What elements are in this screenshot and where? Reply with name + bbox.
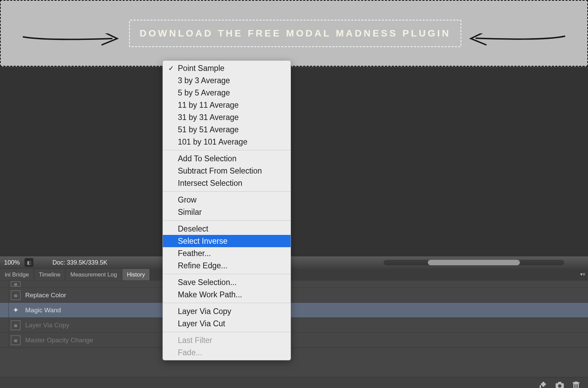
menu-layer-via-cut[interactable]: Layer Via Cut	[163, 317, 291, 330]
context-menu: ✓ Point Sample 3 by 3 Average 5 by 5 Ave…	[163, 60, 291, 360]
menu-select-inverse[interactable]: Select Inverse	[163, 235, 291, 247]
menu-layer-via-copy[interactable]: Layer Via Copy	[163, 305, 291, 317]
history-row-label: Master Opacity Change	[25, 337, 93, 344]
menu-label: Similar	[178, 208, 202, 217]
history-step-icon: ≣	[11, 290, 20, 300]
canvas-empty-area[interactable]	[0, 67, 588, 256]
history-gutter	[0, 318, 9, 332]
history-row[interactable]: ≣ Layer Via Copy	[0, 318, 588, 333]
horizontal-scrollbar-thumb[interactable]	[428, 260, 520, 265]
history-row-partial[interactable]: ≣	[0, 280, 588, 288]
tab-history[interactable]: History	[122, 269, 150, 280]
menu-label: Fade...	[178, 348, 202, 357]
menu-label: 51 by 51 Average	[178, 125, 239, 134]
new-snapshot-icon[interactable]	[539, 382, 548, 388]
menu-label: 5 by 5 Average	[178, 88, 230, 98]
svg-point-2	[558, 384, 561, 388]
history-gutter	[0, 333, 9, 347]
arrow-left-icon	[465, 33, 567, 50]
menu-label: Make Work Path...	[178, 290, 242, 299]
svg-rect-1	[558, 382, 561, 384]
menu-grow[interactable]: Grow	[163, 194, 291, 206]
horizontal-scrollbar[interactable]	[384, 260, 564, 265]
menu-label: Refine Edge...	[178, 261, 228, 270]
menu-label: Layer Via Cut	[178, 319, 225, 328]
svg-rect-7	[576, 384, 576, 388]
menu-intersect-selection[interactable]: Intersect Selection	[163, 177, 291, 189]
magic-wand-icon: ✦	[11, 305, 20, 315]
tab-timeline[interactable]: Timeline	[34, 269, 66, 280]
canvas-banner-area: DOWNLOAD THE FREE MODAL MADNESS PLUGIN	[0, 0, 588, 66]
svg-rect-5	[575, 382, 577, 383]
menu-label: 3 by 3 Average	[178, 76, 230, 85]
menu-label: Grow	[178, 195, 197, 205]
menu-label: Deselect	[178, 224, 208, 234]
menu-separator	[163, 303, 291, 303]
history-panel: ≣ ≣ Replace Color ✦ Magic Wand ≣ Layer V…	[0, 280, 588, 388]
menu-label: Intersect Selection	[178, 179, 242, 188]
menu-label: Last Filter	[178, 336, 212, 345]
menu-label: Feather...	[178, 249, 211, 258]
panel-menu-icon[interactable]: ▾≡	[580, 271, 585, 277]
menu-separator	[163, 332, 291, 332]
menu-refine-edge[interactable]: Refine Edge...	[163, 259, 291, 272]
menu-label: Point Sample	[178, 64, 225, 73]
menu-5x5-average[interactable]: 5 by 5 Average	[163, 87, 291, 99]
menu-last-filter: Last Filter	[163, 334, 291, 346]
menu-label: 31 by 31 Average	[178, 113, 239, 122]
menu-3x3-average[interactable]: 3 by 3 Average	[163, 74, 291, 87]
menu-feather[interactable]: Feather...	[163, 247, 291, 259]
history-row-selected[interactable]: ✦ Magic Wand	[0, 303, 588, 318]
menu-label: Save Selection...	[178, 278, 237, 287]
menu-separator	[163, 191, 291, 192]
menu-label: Subtract From Selection	[178, 166, 262, 176]
history-row-label: Layer Via Copy	[25, 322, 69, 329]
menu-separator	[163, 274, 291, 274]
menu-separator	[163, 220, 291, 221]
zoom-label[interactable]: 100%	[4, 259, 20, 266]
menu-similar[interactable]: Similar	[163, 206, 291, 218]
doc-thumb-icon[interactable]: ◧	[25, 258, 33, 267]
doc-size-label: Doc: 339.5K/339.5K	[52, 259, 107, 266]
menu-51x51-average[interactable]: 51 by 51 Average	[163, 123, 291, 136]
camera-icon[interactable]	[555, 382, 564, 388]
tab-mini-bridge[interactable]: ini Bridge	[0, 269, 34, 280]
check-icon: ✓	[168, 64, 174, 72]
history-row[interactable]: ≣ Master Opacity Change	[0, 333, 588, 348]
arrow-right-icon	[21, 33, 123, 50]
menu-make-work-path[interactable]: Make Work Path...	[163, 288, 291, 301]
history-footer	[0, 377, 588, 388]
history-gutter	[0, 281, 9, 287]
menu-add-to-selection[interactable]: Add To Selection	[163, 152, 291, 165]
history-step-icon: ≣	[11, 320, 20, 330]
trash-icon[interactable]	[572, 382, 581, 388]
history-step-icon: ≣	[11, 281, 20, 287]
panel-tab-bar: ini Bridge Timeline Measurement Log Hist…	[0, 269, 588, 280]
history-gutter	[0, 288, 9, 302]
tab-measurement-log[interactable]: Measurement Log	[65, 269, 122, 280]
menu-label: Add To Selection	[178, 154, 236, 163]
menu-save-selection[interactable]: Save Selection...	[163, 276, 291, 288]
document-info-bar: 100% ◧ Doc: 339.5K/339.5K	[0, 256, 588, 269]
menu-label: Select Inverse	[178, 237, 228, 246]
history-step-icon: ≣	[11, 335, 20, 345]
menu-11x11-average[interactable]: 11 by 11 Average	[163, 99, 291, 111]
menu-label: 101 by 101 Average	[178, 137, 247, 147]
svg-rect-6	[574, 384, 575, 388]
menu-point-sample[interactable]: ✓ Point Sample	[163, 62, 291, 74]
menu-label: Layer Via Copy	[178, 307, 231, 316]
history-row[interactable]: ≣ Replace Color	[0, 288, 588, 303]
menu-deselect[interactable]: Deselect	[163, 223, 291, 235]
menu-subtract-from-selection[interactable]: Subtract From Selection	[163, 165, 291, 177]
history-gutter	[0, 303, 9, 317]
history-row-label: Magic Wand	[25, 307, 61, 314]
menu-31x31-average[interactable]: 31 by 31 Average	[163, 111, 291, 123]
svg-rect-8	[577, 384, 578, 388]
menu-101x101-average[interactable]: 101 by 101 Average	[163, 136, 291, 148]
cta-button-box[interactable]: DOWNLOAD THE FREE MODAL MADNESS PLUGIN	[129, 20, 461, 47]
menu-fade: Fade...	[163, 346, 291, 359]
history-row-label: Replace Color	[25, 292, 66, 299]
menu-label: 11 by 11 Average	[178, 101, 239, 110]
menu-separator	[163, 150, 291, 150]
cta-text: DOWNLOAD THE FREE MODAL MADNESS PLUGIN	[140, 28, 451, 39]
